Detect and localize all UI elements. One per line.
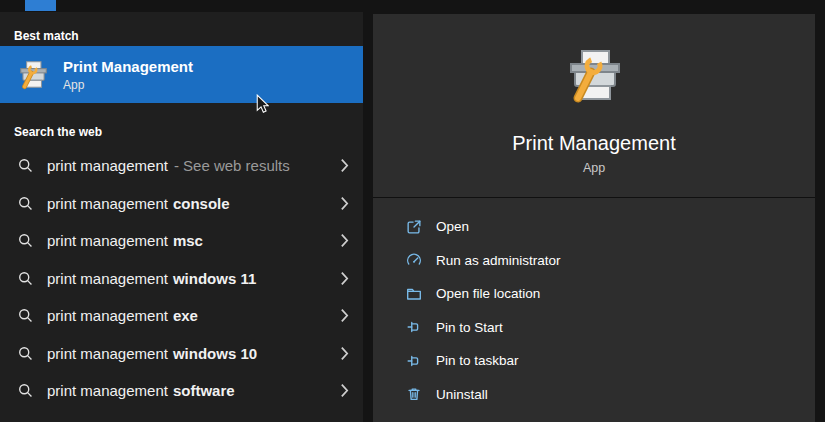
search-web-header: Search the web (0, 117, 363, 147)
search-icon (17, 157, 34, 174)
pin-icon (405, 318, 423, 336)
search-suggestion[interactable]: print managementmsc (0, 222, 363, 260)
mouse-cursor (256, 94, 269, 114)
chevron-right-icon[interactable] (340, 383, 349, 398)
action-open[interactable]: Open (373, 210, 815, 244)
app-title: Print Management (512, 132, 675, 155)
admin-gauge-icon (405, 251, 423, 269)
search-icon (17, 382, 34, 399)
chevron-right-icon[interactable] (340, 196, 349, 211)
suggestion-text: print management- See web results (47, 157, 340, 174)
print-management-app-icon (16, 58, 50, 92)
search-suggestion[interactable]: print management- See web results (0, 147, 363, 185)
open-in-new-icon (405, 218, 423, 236)
search-icon (17, 195, 34, 212)
best-match-text: Print Management App (63, 58, 193, 92)
preview-panel: Print Management App Open Run as adm (373, 14, 815, 422)
best-match-type: App (63, 78, 193, 92)
best-match-result[interactable]: Print Management App (0, 46, 363, 103)
chevron-right-icon[interactable] (340, 308, 349, 323)
pin-icon (405, 352, 423, 370)
action-label: Open file location (436, 286, 540, 301)
search-icon (17, 232, 34, 249)
suggestion-text: print managementmsc (47, 232, 340, 249)
app-hero: Print Management App (373, 14, 815, 175)
best-match-title: Print Management (63, 58, 193, 75)
search-icon (17, 345, 34, 362)
search-suggestion[interactable]: print managementconsole (0, 185, 363, 223)
app-type: App (583, 161, 605, 175)
search-suggestion[interactable]: print managementsoftware (0, 372, 363, 410)
chevron-right-icon[interactable] (340, 158, 349, 173)
action-run-as-administrator[interactable]: Run as administrator (373, 244, 815, 278)
action-label: Uninstall (436, 387, 488, 402)
action-pin-to-taskbar[interactable]: Pin to taskbar (373, 344, 815, 378)
action-label: Pin to Start (436, 320, 503, 335)
suggestion-text: print managementexe (47, 307, 340, 324)
chevron-right-icon[interactable] (340, 271, 349, 286)
action-uninstall[interactable]: Uninstall (373, 378, 815, 412)
search-icon (17, 270, 34, 287)
trash-icon (405, 385, 423, 403)
suggestion-text: print managementwindows 10 (47, 345, 340, 362)
action-label: Pin to taskbar (436, 353, 519, 368)
search-suggestion[interactable]: print managementwindows 10 (0, 335, 363, 373)
action-pin-to-start[interactable]: Pin to Start (373, 311, 815, 345)
search-results-panel: Best match Print Management App Search t… (0, 12, 363, 422)
folder-icon (405, 285, 423, 303)
search-suggestion[interactable]: print managementwindows 11 (0, 260, 363, 298)
windows-search-flyout: Best match Print Management App Search t… (0, 0, 825, 422)
action-list: Open Run as administrator Open file loca… (373, 198, 815, 411)
top-edge-artifact (25, 0, 56, 11)
suggestion-text: print managementconsole (47, 195, 340, 212)
action-open-file-location[interactable]: Open file location (373, 277, 815, 311)
chevron-right-icon[interactable] (340, 233, 349, 248)
search-icon (17, 307, 34, 324)
search-suggestion[interactable]: print managementexe (0, 297, 363, 335)
suggestion-text: print managementsoftware (47, 382, 340, 399)
best-match-header: Best match (0, 26, 363, 46)
action-label: Run as administrator (436, 253, 561, 268)
print-management-app-icon (562, 44, 626, 108)
action-label: Open (436, 219, 469, 234)
suggestion-text: print managementwindows 11 (47, 270, 340, 287)
chevron-right-icon[interactable] (340, 346, 349, 361)
